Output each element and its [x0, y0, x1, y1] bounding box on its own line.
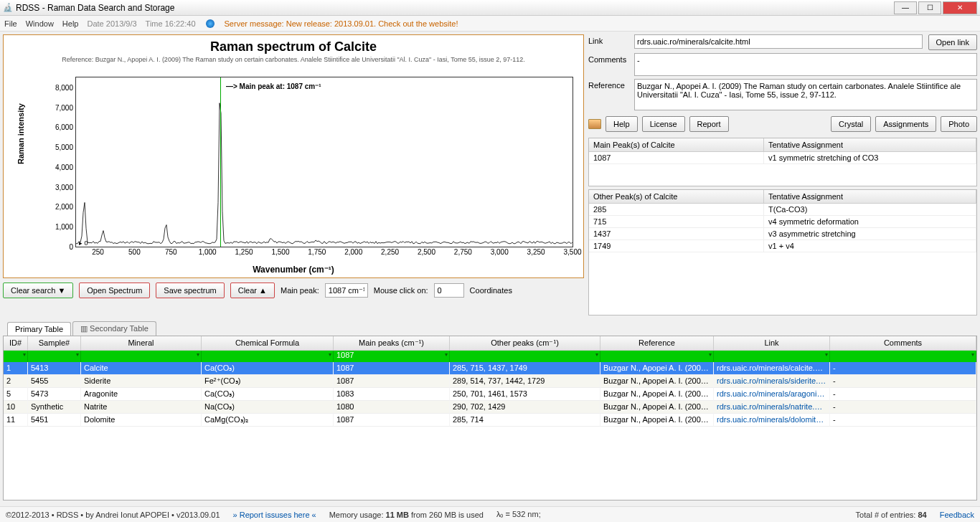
tab-secondary[interactable]: ▥ Secondary Table [72, 321, 156, 336]
menu-time: Time 16:22:40 [146, 19, 196, 28]
bars-icon: ▥ [80, 324, 90, 333]
main-peaks-table: Main Peak(s) of CalciteTentative Assignm… [588, 138, 977, 186]
save-spectrum-button[interactable]: Save spectrum [156, 283, 224, 298]
report-issues-link[interactable]: » Report issuses here « [233, 511, 316, 519]
main-peak-input[interactable] [325, 283, 368, 298]
col-link[interactable]: Link [714, 336, 830, 351]
help-button[interactable]: Help [606, 116, 638, 132]
data-table: ID# Sample# Mineral Chemical Formula Mai… [3, 336, 977, 500]
lambda: λ₀ = 532 nm; [496, 510, 541, 519]
filter-mainpeaks[interactable]: 1087 [334, 351, 450, 362]
col-formula[interactable]: Chemical Formula [202, 336, 334, 351]
menu-help[interactable]: Help [62, 19, 79, 28]
mouse-click-label: Mouse click on: [374, 286, 428, 295]
clear-search-button[interactable]: Clear search ▼ [3, 283, 73, 298]
crystal-button[interactable]: Crystal [831, 116, 871, 132]
col-mainpeaks[interactable]: Main peaks (cm⁻¹) [334, 336, 450, 351]
chart-title: Raman spectrum of Calcite [8, 39, 579, 54]
feedback-link[interactable]: Feedback [940, 511, 974, 519]
col-comments[interactable]: Comments [830, 336, 976, 351]
total-entries: Total # of entries: 84 [856, 511, 927, 519]
memory-usage: Memory usage: 11 MB from 260 MB is used [329, 511, 484, 519]
other-peaks-header: Other Peak(s) of Calcite [589, 190, 764, 204]
other-peak-row[interactable]: 715v4 symmetric deformation [589, 216, 976, 228]
menu-window[interactable]: Window [26, 19, 54, 28]
other-peaks-table: Other Peak(s) of CalciteTentative Assign… [588, 189, 977, 315]
close-button[interactable]: ✕ [943, 1, 977, 14]
license-button[interactable]: License [642, 116, 685, 132]
clear-button[interactable]: Clear ▲ [230, 283, 275, 298]
open-link-button[interactable]: Open link [928, 34, 977, 50]
report-button[interactable]: Report [689, 116, 729, 132]
col-otherpeaks[interactable]: Other peaks (cm⁻¹) [450, 336, 600, 351]
main-peaks-header: Main Peak(s) of Calcite [589, 138, 764, 152]
mouse-click-input[interactable] [434, 283, 464, 298]
menu-date: Date 2013/9/3 [87, 19, 136, 28]
globe-icon [206, 19, 215, 28]
table-row[interactable]: 15413Calcite Ca(CO₃)1087 285, 715, 1437,… [4, 362, 976, 375]
window-title: RDSS - Raman Data Search and Storage [16, 3, 892, 13]
link-input[interactable] [634, 34, 923, 49]
col-mineral[interactable]: Mineral [81, 336, 202, 351]
chart-ylabel: Raman intensity [17, 103, 25, 164]
reference-textarea[interactable]: Buzgar N., Apopei A. I. (2009) The Raman… [634, 79, 977, 110]
tab-primary[interactable]: Primary Table [7, 322, 71, 336]
reference-label: Reference [588, 79, 628, 90]
other-peak-row[interactable]: 1437v3 asymmetric stretching [589, 228, 976, 240]
table-row[interactable]: 55473Aragonite Ca(CO₃)1083 250, 701, 146… [4, 388, 976, 401]
photo-button[interactable]: Photo [941, 116, 977, 132]
server-message: Server message: New release: 2013.09.01.… [225, 19, 458, 28]
comments-textarea[interactable]: - [634, 53, 977, 76]
menu-file[interactable]: File [4, 19, 17, 28]
assignments-button[interactable]: Assignments [875, 116, 936, 132]
minimize-button[interactable]: — [894, 1, 917, 14]
open-spectrum-button[interactable]: Open Spectrum [79, 283, 150, 298]
tentative-header-2: Tentative Assignment [764, 190, 976, 204]
main-peak-row[interactable]: 1087v1 symmetric stretching of CO3 [589, 152, 976, 164]
app-icon: 🔬 [3, 3, 13, 13]
chart-xlabel: Wavenumber (cm⁻¹) [253, 265, 334, 275]
chart-subtitle: Reference: Buzgar N., Apopei A. I. (2009… [8, 56, 579, 63]
other-peak-row[interactable]: 1749v1 + v4 [589, 240, 976, 252]
book-icon[interactable] [588, 119, 601, 129]
filter-row[interactable]: 1087 [4, 351, 976, 362]
col-reference[interactable]: Reference [600, 336, 714, 351]
tentative-header: Tentative Assignment [764, 138, 976, 152]
menubar: File Window Help Date 2013/9/3 Time 16:2… [0, 16, 980, 32]
col-sample[interactable]: Sample# [28, 336, 81, 351]
titlebar: 🔬 RDSS - Raman Data Search and Storage —… [0, 0, 980, 16]
table-row[interactable]: 115451Dolomite CaMg(CO₃)₂1087 285, 714Bu… [4, 414, 976, 427]
link-label: Link [588, 34, 628, 45]
comments-label: Comments [588, 53, 628, 64]
spectrum-chart[interactable]: Raman spectrum of Calcite Reference: Buz… [3, 34, 584, 278]
copyright: ©2012-2013 • RDSS • by Andrei Ionut APOP… [6, 511, 220, 519]
main-peak-label: Main peak: [281, 286, 319, 295]
statusbar: ©2012-2013 • RDSS • by Andrei Ionut APOP… [0, 506, 980, 522]
other-peak-row[interactable]: 285T(Ca-CO3) [589, 204, 976, 216]
coordinates-label: Coordinates [470, 286, 512, 295]
maximize-button[interactable]: ☐ [918, 1, 941, 14]
col-id[interactable]: ID# [4, 336, 28, 351]
table-row[interactable]: 10SyntheticNatrite Na(CO₃)1080 290, 702,… [4, 401, 976, 414]
plot-area[interactable]: 01,0002,0003,0004,0005,0006,0007,0008,00… [75, 77, 573, 247]
table-row[interactable]: 25455Siderite Fe²⁺(CO₃)1087 289, 514, 73… [4, 375, 976, 388]
